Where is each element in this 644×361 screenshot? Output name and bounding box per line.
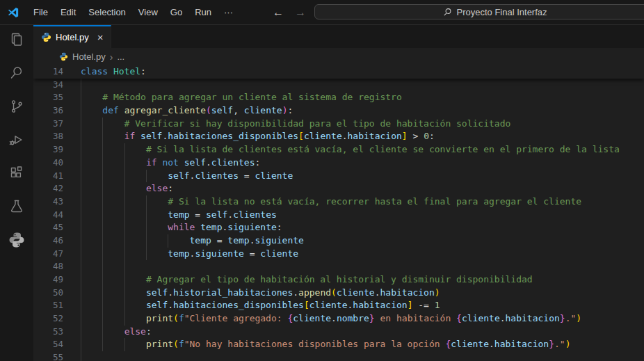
- breadcrumb: Hotel.py › ...: [33, 48, 644, 65]
- sticky-scroll-line[interactable]: 14class Hotel:: [33, 65, 644, 79]
- menu-item-edit[interactable]: Edit: [54, 4, 82, 21]
- editor[interactable]: 14class Hotel: 3435 # Método para agrega…: [33, 65, 644, 361]
- menu-bar: FileEditSelectionViewGoRun···: [27, 0, 239, 24]
- nav-back-icon[interactable]: ←: [271, 6, 285, 19]
- tab-close-icon[interactable]: ×: [97, 32, 104, 42]
- history-nav: ← →: [271, 0, 307, 25]
- line-number: 53: [33, 326, 75, 339]
- code-line[interactable]: 50 self.historial_habitaciones.append(cl…: [33, 287, 644, 300]
- line-number: 44: [33, 209, 75, 222]
- chevron-right-icon: ›: [110, 51, 113, 63]
- line-number: 35: [33, 91, 75, 104]
- line-number: 46: [33, 234, 75, 248]
- line-content: def agregar_cliente(self, cliente):: [75, 104, 644, 118]
- line-number: 50: [33, 287, 75, 300]
- breadcrumb-symbol[interactable]: ...: [117, 51, 124, 62]
- code-line[interactable]: 47 temp.siguiente = cliente: [33, 248, 644, 261]
- nav-forward-icon[interactable]: →: [293, 6, 307, 19]
- code-line[interactable]: 39 # Si la lista de clientes está vacía,…: [33, 143, 644, 157]
- code-line[interactable]: 46 temp = temp.siguiente: [33, 234, 644, 248]
- line-number: 51: [33, 299, 75, 312]
- line-number: 36: [33, 104, 75, 118]
- line-number: 48: [33, 260, 75, 273]
- line-content: while temp.siguiente:: [75, 221, 644, 234]
- code-line[interactable]: 51 self.habitaciones_disponibles[cliente…: [33, 299, 644, 312]
- line-content: temp = temp.siguiente: [75, 234, 644, 248]
- menu-item-go[interactable]: Go: [164, 4, 188, 21]
- line-content: [75, 351, 644, 361]
- code-line[interactable]: 54 print(f"No hay habitaciones disponibl…: [33, 338, 644, 351]
- vscode-window: FileEditSelectionViewGoRun··· ← → Proyec…: [0, 0, 644, 361]
- line-content: self.historial_habitaciones.append(clien…: [75, 287, 644, 300]
- code-line[interactable]: 42 else:: [33, 182, 644, 195]
- code-line[interactable]: 37 # Verificar si hay disponibilidad par…: [33, 118, 644, 131]
- code-line[interactable]: 55: [33, 351, 644, 361]
- search-label: Proyecto Final Interfaz: [456, 7, 547, 17]
- code-line[interactable]: 48: [33, 260, 644, 273]
- line-number: 49: [33, 273, 75, 287]
- line-number: 41: [33, 170, 75, 183]
- code-line[interactable]: 34: [33, 79, 644, 92]
- line-content: [75, 79, 644, 92]
- tab-bar: Hotel.py ×: [33, 25, 644, 48]
- line-number: 52: [33, 312, 75, 326]
- activity-bar: [0, 25, 33, 361]
- code-line[interactable]: 49 # Agregar el tipo de habitación al hi…: [33, 273, 644, 287]
- line-number: 39: [33, 143, 75, 157]
- python-file-icon: [59, 52, 68, 61]
- line-number: 38: [33, 130, 75, 143]
- run-debug-icon[interactable]: [8, 131, 26, 149]
- code-line[interactable]: 36 def agregar_cliente(self, cliente):: [33, 104, 644, 118]
- code-area[interactable]: 3435 # Método para agregar un cliente al…: [33, 79, 644, 361]
- vscode-logo-icon: [6, 6, 20, 19]
- line-content: print(f"Cliente agregado: {cliente.nombr…: [75, 312, 644, 326]
- code-line[interactable]: 35 # Método para agregar un cliente al s…: [33, 91, 644, 104]
- source-control-icon[interactable]: [8, 97, 26, 115]
- python-icon[interactable]: [8, 231, 26, 249]
- line-number: 54: [33, 338, 75, 351]
- search-icon: [443, 8, 452, 17]
- line-number: 14: [33, 65, 75, 79]
- line-content: self.habitaciones_disponibles[cliente.ha…: [75, 299, 644, 312]
- line-content: # Verificar si hay disponibilidad para e…: [75, 118, 644, 131]
- menu-item-file[interactable]: File: [27, 4, 54, 21]
- search-icon[interactable]: [8, 64, 26, 82]
- tab-hotel-py[interactable]: Hotel.py ×: [33, 25, 111, 48]
- line-content: else:: [75, 326, 644, 339]
- breadcrumb-file[interactable]: Hotel.py: [72, 51, 106, 62]
- code-line[interactable]: 41 self.clientes = cliente: [33, 170, 644, 183]
- explorer-icon[interactable]: [8, 31, 26, 49]
- code-line[interactable]: 43 # Si la lista no está vacía, recorrer…: [33, 195, 644, 209]
- command-center-search[interactable]: Proyecto Final Interfaz: [314, 4, 644, 19]
- line-number: 40: [33, 157, 75, 170]
- menu-item-more[interactable]: ···: [218, 4, 239, 21]
- code-line[interactable]: 38 if self.habitaciones_disponibles[clie…: [33, 130, 644, 143]
- line-content: temp.siguiente = cliente: [75, 248, 644, 261]
- line-content: [75, 260, 644, 273]
- testing-icon[interactable]: [8, 198, 26, 216]
- tab-label: Hotel.py: [56, 32, 89, 42]
- code-line[interactable]: 53 else:: [33, 326, 644, 339]
- menu-item-view[interactable]: View: [132, 4, 164, 21]
- line-content: else:: [75, 182, 644, 195]
- code-line[interactable]: 40 if not self.clientes:: [33, 157, 644, 170]
- line-content: if not self.clientes:: [75, 157, 644, 170]
- line-number: 43: [33, 195, 75, 209]
- code-line[interactable]: 45 while temp.siguiente:: [33, 221, 644, 234]
- line-number: 55: [33, 351, 75, 361]
- line-number: 47: [33, 248, 75, 261]
- title-bar: FileEditSelectionViewGoRun··· ← → Proyec…: [0, 0, 644, 25]
- line-content: # Si la lista de clientes está vacía, el…: [75, 143, 644, 157]
- line-content: # Si la lista no está vacía, recorrer ha…: [75, 195, 644, 209]
- code-line[interactable]: 44 temp = self.clientes: [33, 209, 644, 222]
- line-number: 45: [33, 221, 75, 234]
- code-line[interactable]: 52 print(f"Cliente agregado: {cliente.no…: [33, 312, 644, 326]
- line-number: 42: [33, 182, 75, 195]
- line-content: self.clientes = cliente: [75, 170, 644, 183]
- line-content: print(f"No hay habitaciones disponibles …: [75, 338, 644, 351]
- line-content: class Hotel:: [75, 65, 644, 79]
- menu-item-selection[interactable]: Selection: [82, 4, 131, 21]
- extensions-icon[interactable]: [8, 164, 26, 182]
- python-file-icon: [41, 32, 51, 42]
- menu-item-run[interactable]: Run: [188, 4, 218, 21]
